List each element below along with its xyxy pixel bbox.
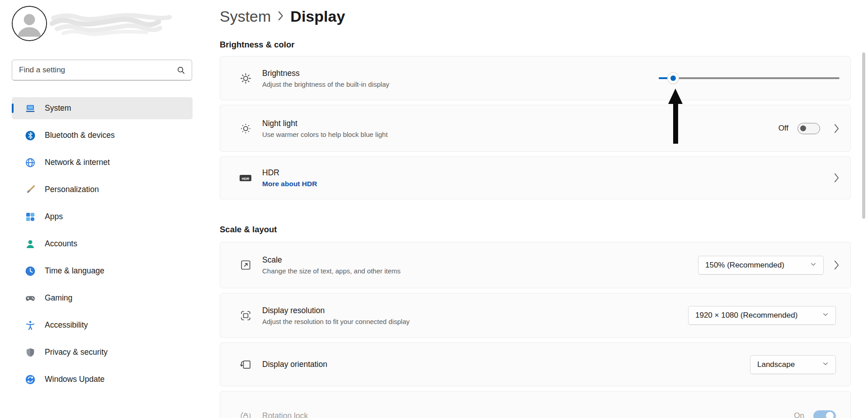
night-light-state-label: Off — [778, 124, 788, 133]
brightness-subtitle: Adjust the brightness of the built-in di… — [262, 80, 389, 88]
network-icon — [25, 157, 36, 168]
rotation-lock-state-label: On — [794, 411, 804, 418]
search-input[interactable] — [12, 66, 166, 75]
rotation-lock-title: Rotation lock — [262, 411, 308, 418]
gaming-icon — [25, 293, 36, 304]
rotation-lock-toggle[interactable] — [813, 410, 836, 418]
accounts-icon — [25, 239, 36, 249]
chevron-down-icon — [822, 360, 829, 369]
scale-subtitle: Change the size of text, apps, and other… — [262, 267, 401, 275]
hdr-icon: HDR — [239, 171, 252, 185]
sidebar-item-personalization[interactable]: Personalization — [12, 178, 193, 201]
breadcrumb-separator-icon — [277, 8, 284, 25]
username-redacted — [50, 11, 185, 36]
svg-text:HDR: HDR — [242, 176, 250, 180]
night-light-subtitle: Use warmer colors to help block blue lig… — [262, 131, 388, 138]
page-title: Display — [290, 8, 345, 25]
sidebar-item-label: Personalization — [45, 185, 99, 194]
search-box[interactable] — [12, 60, 192, 80]
scale-dropdown-value: 150% (Recommended) — [705, 261, 801, 270]
windows-update-icon — [25, 374, 36, 385]
sidebar-item-system[interactable]: System — [12, 97, 193, 119]
toggle-knob — [800, 126, 806, 132]
apps-icon — [25, 211, 36, 222]
scrollbar[interactable] — [862, 52, 865, 219]
section-heading-scale-layout: Scale & layout — [220, 225, 851, 235]
sidebar-item-label: Gaming — [45, 293, 72, 303]
annotation-arrow-head — [668, 89, 683, 104]
display-orientation-dropdown-value: Landscape — [757, 360, 813, 369]
sidebar-item-label: Accessibility — [45, 320, 88, 330]
annotation-arrow — [668, 89, 683, 144]
user-profile[interactable] — [12, 5, 208, 42]
sidebar-item-network-internet[interactable]: Network & internet — [12, 151, 193, 174]
breadcrumb: System Display — [220, 5, 851, 28]
breadcrumb-system[interactable]: System — [220, 8, 271, 25]
system-icon — [25, 103, 36, 114]
sidebar-item-privacy-security[interactable]: Privacy & security — [12, 341, 193, 363]
sidebar-item-accounts[interactable]: Accounts — [12, 233, 193, 255]
sidebar-item-apps[interactable]: Apps — [12, 206, 193, 228]
bluetooth-icon — [25, 130, 36, 141]
sidebar-item-label: Network & internet — [45, 158, 110, 167]
rotation-lock-card: Rotation lock On — [220, 391, 851, 418]
sidebar-item-label: System — [45, 103, 71, 113]
hdr-title: HDR — [262, 168, 317, 178]
sidebar-item-label: Privacy & security — [45, 348, 108, 357]
hdr-link[interactable]: More about HDR — [262, 180, 317, 188]
scale-icon — [239, 258, 252, 272]
personalization-icon — [25, 184, 36, 195]
avatar — [12, 6, 47, 41]
sidebar-item-label: Accounts — [45, 239, 77, 249]
scale-dropdown[interactable]: 150% (Recommended) — [698, 256, 824, 275]
annotation-arrow-shaft — [673, 104, 678, 144]
chevron-down-icon — [810, 261, 816, 270]
sidebar: System Bluetooth & devices Network & int… — [0, 0, 208, 418]
night-light-title: Night light — [262, 119, 388, 128]
rotation-lock-icon — [239, 409, 252, 418]
display-resolution-title: Display resolution — [262, 306, 410, 315]
brightness-card: Brightness Adjust the brightness of the … — [220, 56, 851, 100]
sidebar-item-accessibility[interactable]: Accessibility — [12, 314, 193, 336]
settings-window: System Bluetooth & devices Network & int… — [0, 0, 868, 418]
display-orientation-icon — [239, 358, 252, 371]
brightness-slider-track[interactable] — [659, 77, 840, 79]
display-resolution-subtitle: Adjust the resolution to fit your connec… — [262, 318, 410, 325]
main-content: System Display Brightness & color Bright… — [220, 0, 851, 418]
scale-card[interactable]: Scale Change the size of text, apps, and… — [220, 242, 851, 288]
display-resolution-dropdown-value: 1920 × 1080 (Recommended) — [695, 311, 813, 320]
search-icon[interactable] — [177, 66, 185, 76]
chevron-right-icon — [834, 123, 840, 134]
privacy-security-icon — [25, 347, 36, 358]
sidebar-item-bluetooth-devices[interactable]: Bluetooth & devices — [12, 124, 193, 146]
sidebar-nav: System Bluetooth & devices Network & int… — [12, 97, 208, 390]
sidebar-item-time-language[interactable]: Time & language — [12, 260, 193, 282]
sidebar-item-label: Time & language — [45, 266, 104, 276]
chevron-down-icon — [822, 311, 829, 320]
scale-title: Scale — [262, 255, 401, 265]
sidebar-item-label: Apps — [45, 212, 63, 221]
sidebar-item-gaming[interactable]: Gaming — [12, 287, 193, 309]
chevron-right-icon — [834, 173, 840, 183]
brightness-title: Brightness — [262, 69, 389, 78]
sidebar-item-label: Bluetooth & devices — [45, 131, 115, 140]
night-light-toggle[interactable] — [797, 123, 820, 134]
display-resolution-icon — [239, 309, 252, 322]
chevron-right-icon — [834, 260, 840, 270]
display-resolution-dropdown[interactable]: 1920 × 1080 (Recommended) — [688, 306, 836, 325]
hdr-card[interactable]: HDR HDR More about HDR — [220, 156, 851, 199]
night-light-icon — [239, 122, 252, 135]
accessibility-icon — [25, 320, 36, 331]
display-resolution-card: Display resolution Adjust the resolution… — [220, 293, 851, 338]
section-heading-brightness-color: Brightness & color — [220, 40, 851, 51]
display-orientation-dropdown[interactable]: Landscape — [750, 355, 836, 374]
brightness-slider[interactable] — [659, 73, 840, 84]
night-light-card[interactable]: Night light Use warmer colors to help bl… — [220, 105, 851, 152]
brightness-icon — [239, 71, 252, 85]
toggle-knob — [826, 412, 834, 418]
sidebar-item-windows-update[interactable]: Windows Update — [12, 368, 193, 390]
display-orientation-card: Display orientation Landscape — [220, 343, 851, 386]
sidebar-item-label: Windows Update — [45, 375, 104, 384]
brightness-slider-thumb[interactable] — [668, 73, 679, 84]
time-language-icon — [25, 266, 36, 277]
